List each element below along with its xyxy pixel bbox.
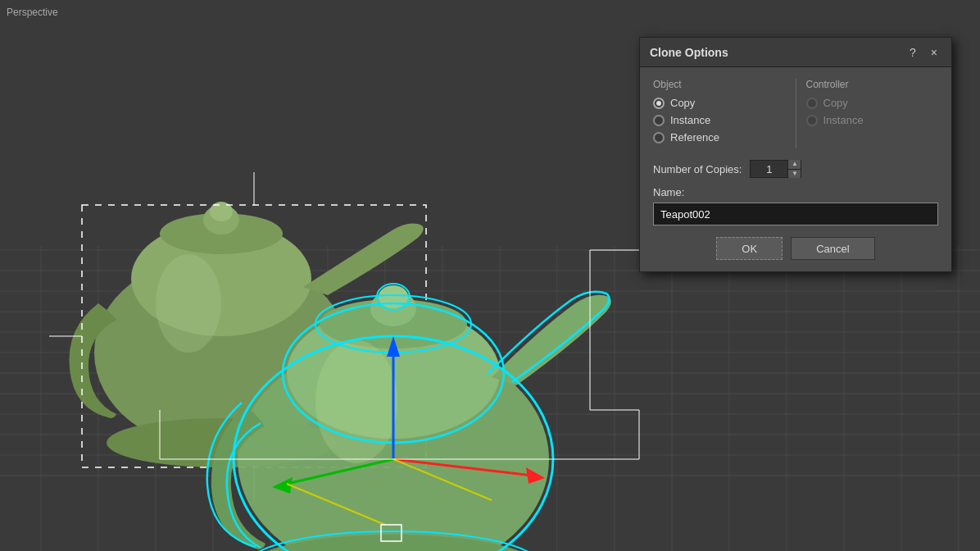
object-group-label: Object (653, 79, 786, 90)
spinner-down-button[interactable]: ▼ (788, 169, 801, 179)
options-row: Object Copy Instance Reference (653, 79, 938, 148)
name-label: Name: (653, 186, 938, 198)
dialog-buttons: OK Cancel (653, 237, 938, 260)
help-button[interactable]: ? (905, 45, 920, 60)
svg-point-36 (156, 254, 221, 353)
number-of-copies-spinner[interactable]: ▲ ▼ (750, 160, 801, 178)
controller-copy-option[interactable]: Copy (806, 97, 939, 109)
clone-options-dialog: Clone Options ? × Object Copy Instance (639, 37, 952, 272)
controller-copy-radio[interactable] (806, 98, 818, 109)
titlebar-buttons: ? × (905, 45, 941, 60)
object-reference-option[interactable]: Reference (653, 131, 786, 143)
controller-group: Controller Copy Instance (806, 79, 939, 148)
number-of-copies-label: Number of Copies: (653, 163, 742, 175)
object-reference-label: Reference (670, 131, 719, 143)
options-separator (796, 79, 796, 148)
spinner-buttons: ▲ ▼ (787, 160, 801, 178)
controller-group-label: Controller (806, 79, 939, 90)
dialog-content: Object Copy Instance Reference (640, 67, 951, 271)
object-reference-radio[interactable] (653, 132, 665, 143)
object-copy-option[interactable]: Copy (653, 97, 786, 109)
viewport-label: Perspective (7, 7, 58, 18)
controller-instance-radio[interactable] (806, 115, 818, 126)
controller-copy-label: Copy (823, 97, 848, 109)
object-instance-label: Instance (670, 114, 710, 126)
close-button[interactable]: × (927, 45, 941, 60)
ok-button[interactable]: OK (716, 237, 783, 260)
cancel-button[interactable]: Cancel (791, 237, 874, 260)
object-instance-option[interactable]: Instance (653, 114, 786, 126)
number-of-copies-input[interactable] (751, 161, 787, 177)
object-instance-radio[interactable] (653, 115, 665, 126)
dialog-title: Clone Options (650, 46, 728, 59)
dialog-titlebar: Clone Options ? × (640, 38, 951, 67)
object-copy-radio[interactable] (653, 98, 665, 109)
object-group: Object Copy Instance Reference (653, 79, 786, 148)
name-row: Name: (653, 186, 938, 225)
controller-instance-label: Instance (823, 114, 864, 126)
spinner-up-button[interactable]: ▲ (788, 160, 801, 169)
object-copy-label: Copy (670, 97, 695, 109)
svg-point-48 (315, 340, 397, 463)
number-of-copies-row: Number of Copies: ▲ ▼ (653, 160, 938, 178)
svg-point-46 (379, 285, 408, 308)
name-input[interactable] (653, 203, 938, 225)
controller-instance-option[interactable]: Instance (806, 114, 939, 126)
